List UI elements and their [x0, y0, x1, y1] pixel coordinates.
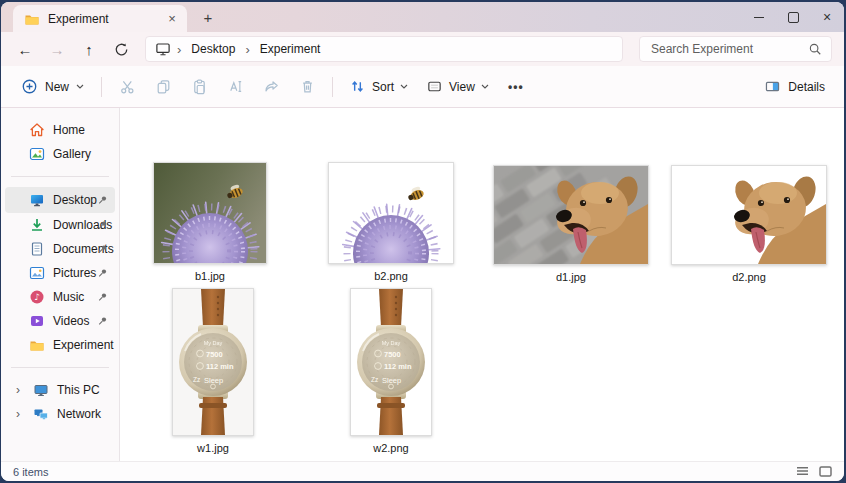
list-view-icon: [796, 466, 809, 477]
titlebar: Experiment × + ×: [1, 2, 844, 32]
file-explorer-window: Experiment × + × ← → ↑ › Desktop: [1, 2, 844, 481]
details-pane-icon: [764, 78, 781, 95]
pictures-icon: [29, 265, 45, 281]
more-options-button[interactable]: •••: [498, 71, 534, 103]
explorer-tab[interactable]: Experiment ×: [13, 5, 187, 32]
view-icon: [426, 78, 443, 95]
search-input[interactable]: [649, 41, 808, 57]
thumbnail-d1: [493, 165, 649, 265]
back-button[interactable]: ←: [11, 35, 39, 63]
close-icon: ×: [823, 10, 831, 24]
trash-icon: [299, 78, 316, 95]
sidebar-item-this-pc[interactable]: › This PC: [5, 378, 115, 402]
dog-photo-image: [494, 166, 648, 264]
rename-button[interactable]: [217, 71, 253, 103]
thumbnail-b2: [328, 162, 454, 264]
forward-button[interactable]: →: [43, 35, 71, 63]
breadcrumb-chevron-icon: ›: [244, 42, 250, 57]
new-tab-button[interactable]: +: [197, 6, 219, 28]
delete-button[interactable]: [289, 71, 325, 103]
details-view-button[interactable]: [796, 466, 809, 477]
sidebar-item-network[interactable]: › Network: [5, 402, 115, 426]
file-d2[interactable]: d2.png: [671, 165, 827, 283]
cut-icon: [119, 78, 136, 95]
sidebar-item-experiment[interactable]: Experiment: [5, 333, 115, 357]
item-count: 6 items: [13, 466, 48, 478]
watch-photo-image: [173, 289, 253, 435]
search-box: [639, 36, 832, 62]
sidebar-item-music[interactable]: ♪ Music: [5, 285, 115, 309]
close-button[interactable]: ×: [810, 2, 844, 32]
sidebar-item-pictures[interactable]: Pictures: [5, 261, 115, 285]
thumbnail-w1: [172, 288, 254, 436]
sort-button[interactable]: Sort: [340, 71, 417, 103]
expand-chevron-icon[interactable]: ›: [11, 383, 25, 397]
watch-cutout-image: [351, 289, 431, 435]
music-icon: ♪: [29, 289, 45, 305]
thumbnail-view-icon: [819, 466, 832, 477]
file-label: b1.jpg: [195, 270, 225, 282]
sidebar-item-documents[interactable]: Documents: [5, 237, 115, 261]
rename-icon: [227, 78, 244, 95]
share-icon: [263, 78, 280, 95]
file-b2[interactable]: b2.png: [328, 162, 454, 282]
paste-icon: [191, 78, 208, 95]
ellipsis-icon: •••: [508, 80, 524, 94]
file-b1[interactable]: b1.jpg: [153, 162, 267, 282]
sidebar-item-home[interactable]: Home: [5, 118, 115, 142]
sort-label: Sort: [372, 80, 394, 94]
this-pc-icon: [33, 382, 49, 398]
folder-icon: [24, 11, 40, 27]
breadcrumb-desktop[interactable]: Desktop: [187, 41, 239, 57]
address-bar[interactable]: › Desktop › Experiment: [145, 36, 623, 62]
search-icon: [808, 42, 822, 56]
pin-icon: [97, 268, 108, 279]
share-button[interactable]: [253, 71, 289, 103]
breadcrumb-chevron-icon: ›: [176, 42, 182, 57]
paste-button[interactable]: [181, 71, 217, 103]
breadcrumb-experiment[interactable]: Experiment: [256, 41, 325, 57]
pin-icon: [97, 316, 108, 327]
refresh-button[interactable]: [107, 35, 135, 63]
minimize-icon: [754, 17, 764, 18]
pin-icon: [97, 195, 108, 206]
view-button[interactable]: View: [417, 71, 498, 103]
chevron-down-icon: [481, 84, 489, 89]
copy-icon: [155, 78, 172, 95]
maximize-button[interactable]: [776, 2, 810, 32]
file-label: w2.png: [373, 442, 408, 454]
window-controls: ×: [742, 2, 844, 32]
new-button-label: New: [45, 80, 69, 94]
file-w2[interactable]: w2.png: [350, 288, 432, 454]
navigation-bar: ← → ↑ › Desktop › Experiment: [1, 32, 844, 66]
file-label: d2.png: [732, 271, 766, 283]
details-button[interactable]: Details: [755, 71, 834, 103]
sidebar-item-desktop[interactable]: Desktop: [5, 187, 115, 213]
up-button[interactable]: ↑: [75, 35, 103, 63]
sidebar: Home Gallery Desktop: [1, 108, 120, 461]
thumbnail-b1: [153, 162, 267, 264]
sidebar-separator: [11, 176, 109, 177]
expand-chevron-icon[interactable]: ›: [11, 407, 25, 421]
new-button[interactable]: New: [11, 71, 94, 103]
sidebar-item-gallery[interactable]: Gallery: [5, 142, 115, 166]
large-thumbnails-view-button[interactable]: [819, 466, 832, 477]
sidebar-item-downloads[interactable]: Downloads: [5, 213, 115, 237]
sidebar-item-videos[interactable]: Videos: [5, 309, 115, 333]
documents-icon: [29, 241, 45, 257]
home-icon: [29, 122, 45, 138]
file-label: b2.png: [374, 270, 408, 282]
thumbnail-d2: [671, 165, 827, 265]
copy-button[interactable]: [145, 71, 181, 103]
desktop-location-icon: [155, 41, 171, 57]
cut-button[interactable]: [109, 71, 145, 103]
details-label: Details: [788, 80, 825, 94]
view-label: View: [449, 80, 475, 94]
file-w1[interactable]: w1.jpg: [172, 288, 254, 454]
folder-icon: [29, 337, 45, 353]
tab-close-icon[interactable]: ×: [163, 10, 181, 28]
minimize-button[interactable]: [742, 2, 776, 32]
network-icon: [33, 406, 49, 422]
file-d1[interactable]: d1.jpg: [493, 165, 649, 283]
file-grid[interactable]: b1.jpg b2.png: [120, 108, 844, 461]
